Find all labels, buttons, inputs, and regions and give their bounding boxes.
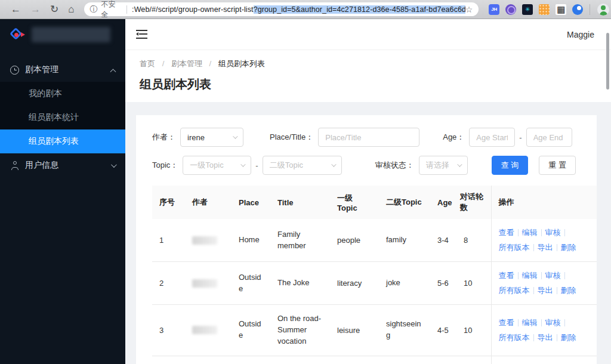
col-age: Age xyxy=(430,186,456,219)
cell-age: 5-6 xyxy=(430,262,456,305)
browser-toolbar: ← → ↻ ⌂ ⓘ 不安全 :Web/#/script/group-owner-… xyxy=(0,0,611,19)
profile-avatar[interactable] xyxy=(597,4,609,16)
extension-blue-icon[interactable] xyxy=(572,4,583,15)
age-label: Age： xyxy=(443,132,464,143)
action-edit[interactable]: 编辑 xyxy=(522,317,538,328)
cell-rounds: 11 xyxy=(456,356,491,364)
breadcrumb-separator: / xyxy=(209,59,212,68)
age-start-input[interactable] xyxy=(469,128,515,147)
action-edit[interactable]: 编辑 xyxy=(522,270,538,281)
menu-fold-icon[interactable] xyxy=(136,30,147,39)
table-row: 2 Outside The Joke literacy joke 5-6 10 … xyxy=(152,262,597,305)
age-end-input[interactable] xyxy=(526,128,572,147)
cell-age: 4-5 xyxy=(430,305,456,356)
action-export[interactable]: 导出 xyxy=(538,242,553,253)
current-user[interactable]: Maggie xyxy=(567,30,594,39)
review-status-label: 审核状态： xyxy=(375,160,414,171)
reload-icon[interactable]: ↻ xyxy=(50,4,58,14)
table-row: 3 Outside On the road-Summer vocation le… xyxy=(152,305,597,356)
col-title: Title xyxy=(270,186,330,219)
page-scrollbar-thumb[interactable] xyxy=(606,33,609,90)
extension-purple-icon[interactable] xyxy=(505,4,516,15)
review-status-placeholder: 请选择 xyxy=(426,160,449,171)
home-icon[interactable]: ⌂ xyxy=(68,4,74,14)
breadcrumb-script-management[interactable]: 剧本管理 xyxy=(171,59,202,68)
chevron-down-icon xyxy=(233,134,237,138)
chevron-up-icon xyxy=(110,69,116,75)
action-view[interactable]: 查看 xyxy=(499,227,514,238)
submenu-label: 组员剧本列表 xyxy=(29,136,79,147)
sidebar-item-user-info[interactable]: 用户信息 xyxy=(0,153,125,177)
sidebar-item-member-script-stats[interactable]: 组员剧本统计 xyxy=(0,106,125,129)
bookmark-star-icon[interactable]: ☆ xyxy=(465,5,473,14)
cell-topic1: leisure xyxy=(330,305,379,356)
cell-topic2: kitchenware xyxy=(379,356,430,364)
action-export[interactable]: 导出 xyxy=(538,285,553,296)
cell-place: Outside xyxy=(232,262,270,305)
main-area: Maggie 首页 / 剧本管理 / 组员剧本列表 组员剧本列表 作者： ire… xyxy=(125,19,611,364)
sidebar-item-script-management[interactable]: 剧本管理 xyxy=(0,58,125,82)
row-actions: 查看 编辑 审核 所有版本 导出 删除 xyxy=(499,227,593,253)
search-button[interactable]: 查 询 xyxy=(492,156,529,175)
topic-label: Topic： xyxy=(152,160,178,171)
extension-orange-icon[interactable] xyxy=(539,4,550,15)
action-export[interactable]: 导出 xyxy=(538,332,553,343)
info-icon[interactable]: ⓘ xyxy=(90,4,98,15)
cell-title: On the road-Summer vocation xyxy=(270,305,330,356)
address-bar[interactable]: ⓘ 不安全 :Web/#/script/group-owner-script-l… xyxy=(84,2,479,16)
extension-jh-icon[interactable]: JH xyxy=(489,4,499,15)
url-selected-text: ?group_id=5&author_id=4c271812-d36e-4585… xyxy=(254,5,465,14)
topic-level2-select[interactable]: 二级Topic xyxy=(263,156,342,175)
action-view[interactable]: 查看 xyxy=(499,317,514,328)
action-delete[interactable]: 删除 xyxy=(561,285,576,296)
table-row: 4 Home Kitchenware house kitchenware 3-4… xyxy=(152,356,597,364)
security-label: 不安全 xyxy=(101,0,122,20)
review-status-select[interactable]: 请选择 xyxy=(419,156,468,175)
action-review[interactable]: 审核 xyxy=(545,317,561,328)
cell-rounds: 10 xyxy=(456,305,491,356)
clock-icon xyxy=(10,66,19,75)
action-all-versions[interactable]: 所有版本 xyxy=(499,332,530,343)
action-all-versions[interactable]: 所有版本 xyxy=(499,242,530,253)
cell-age: 3-4 xyxy=(430,356,456,364)
author-redacted xyxy=(192,279,217,288)
cell-topic1: people xyxy=(330,219,379,262)
breadcrumb: 首页 / 剧本管理 / 组员剧本列表 xyxy=(140,58,597,69)
breadcrumb-home[interactable]: 首页 xyxy=(140,59,155,68)
author-select[interactable]: irene xyxy=(180,128,243,147)
app-logo xyxy=(0,19,125,50)
col-topic2: 二级Topic xyxy=(379,186,430,219)
action-review[interactable]: 审核 xyxy=(545,270,561,281)
menu-label: 用户信息 xyxy=(25,160,58,171)
url-text[interactable]: :Web/#/script/group-owner-script-list?gr… xyxy=(132,5,465,14)
age-range-dash: - xyxy=(519,133,521,142)
cell-title: The Joke xyxy=(270,262,330,305)
cell-topic2: joke xyxy=(379,262,430,305)
topic-level1-select[interactable]: 一级Topic xyxy=(183,156,251,175)
sidebar-item-my-scripts[interactable]: 我的剧本 xyxy=(0,82,125,106)
action-view[interactable]: 查看 xyxy=(499,270,514,281)
action-review[interactable]: 审核 xyxy=(545,227,561,238)
place-title-input[interactable] xyxy=(318,128,419,147)
back-icon[interactable]: ← xyxy=(11,4,21,14)
forward-icon: → xyxy=(30,4,41,14)
topic-level2-placeholder: 二级Topic xyxy=(270,160,303,171)
action-delete[interactable]: 删除 xyxy=(561,242,576,253)
reset-button[interactable]: 重 置 xyxy=(539,156,576,175)
author-redacted xyxy=(192,236,217,245)
row-index: 4 xyxy=(152,356,185,364)
action-edit[interactable]: 编辑 xyxy=(522,227,538,238)
cell-topic2: sightseeing xyxy=(379,305,430,356)
script-submenu: 我的剧本 组员剧本统计 组员剧本列表 xyxy=(0,82,125,153)
user-icon xyxy=(10,161,19,170)
row-index: 1 xyxy=(152,219,185,262)
content-card: 作者： irene Place/Title： Age： - Topic： 一级T… xyxy=(136,115,597,364)
action-all-versions[interactable]: 所有版本 xyxy=(499,285,530,296)
sidebar-item-member-script-list[interactable]: 组员剧本列表 xyxy=(0,129,125,153)
script-table: 序号 作者 Place Title 一级Topic 二级Topic Age 对话… xyxy=(152,186,597,364)
extension-qr-icon[interactable]: ▦ xyxy=(556,4,566,15)
submenu-label: 我的剧本 xyxy=(29,88,62,99)
action-delete[interactable]: 删除 xyxy=(561,332,576,343)
extension-dark-icon[interactable]: ✳ xyxy=(522,4,533,15)
topic-level1-placeholder: 一级Topic xyxy=(190,160,223,171)
